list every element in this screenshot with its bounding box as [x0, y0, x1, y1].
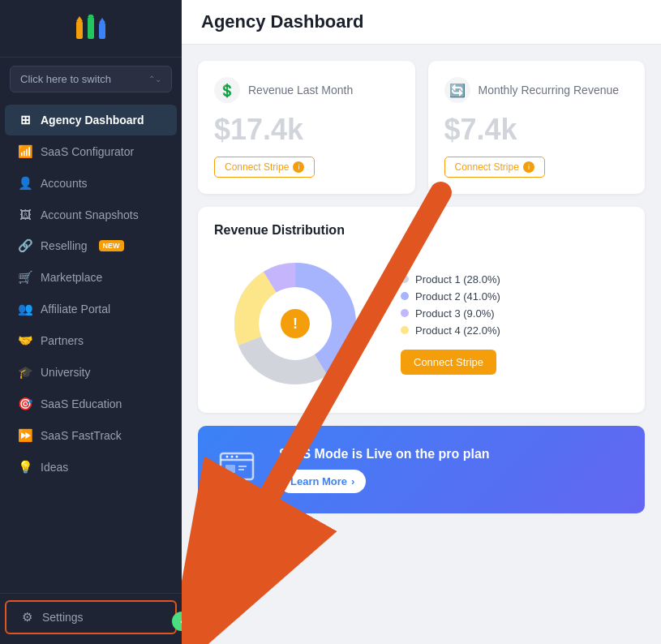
sidebar-item-agency-dashboard[interactable]: ⊞ Agency Dashboard [5, 105, 177, 135]
card-label-mrr: Monthly Recurring Revenue [479, 84, 620, 97]
switch-button[interactable]: Click here to switch ⌃⌄ [10, 66, 172, 92]
legend-dot-1 [401, 275, 409, 283]
saas-mode-banner: SaaS Mode is Live on the pro plan Learn … [198, 426, 645, 513]
legend-item-4: Product 4 (22.0%) [401, 324, 629, 337]
revenue-distribution-card: Revenue Distribution [198, 207, 645, 413]
legend-items: Product 1 (28.0%) Product 2 (41.0%) Prod… [401, 273, 629, 337]
svg-rect-2 [99, 23, 105, 39]
legend-dot-3 [401, 309, 409, 317]
legend-item-2: Product 2 (41.0%) [401, 290, 629, 303]
svg-rect-1 [88, 17, 94, 39]
new-badge: new [99, 240, 124, 251]
main-scroll-area: 💲 Revenue Last Month $17.4k Connect Stri… [182, 45, 661, 644]
connect-stripe-button-2[interactable]: Connect Stripe i [444, 157, 545, 178]
sidebar-bottom: ⚙ Settings [0, 593, 182, 644]
distribution-title: Revenue Distribution [214, 223, 629, 238]
svg-marker-5 [99, 18, 105, 23]
info-icon-2: i [523, 161, 534, 173]
metric-cards-row: 💲 Revenue Last Month $17.4k Connect Stri… [198, 61, 645, 194]
refresh-icon: 🔄 [444, 77, 470, 103]
svg-rect-18 [225, 465, 235, 473]
settings-item[interactable]: ⚙ Settings [5, 600, 177, 634]
collapse-sidebar-button[interactable]: ‹ [172, 612, 191, 631]
revenue-last-month-card: 💲 Revenue Last Month $17.4k Connect Stri… [198, 61, 415, 194]
connect-stripe-button-distribution[interactable]: Connect Stripe [401, 350, 496, 375]
education-icon: 🎯 [18, 397, 32, 411]
sidebar-logo [0, 0, 182, 58]
card-header-revenue: 💲 Revenue Last Month [214, 77, 399, 103]
banner-text: SaaS Mode is Live on the pro plan [279, 447, 490, 462]
donut-warning-icon: ! [281, 309, 310, 338]
ideas-icon: 💡 [18, 460, 32, 474]
distribution-body: ! Product 1 (28.0%) Product 2 (41.0%) [214, 251, 629, 397]
svg-marker-4 [88, 15, 94, 17]
sidebar-item-university[interactable]: 🎓 University [5, 357, 177, 388]
sidebar-item-saas-configurator[interactable]: 📶 SaaS Configurator [5, 136, 177, 167]
legend-area: Product 1 (28.0%) Product 2 (41.0%) Prod… [401, 273, 629, 375]
sidebar-item-saas-education[interactable]: 🎯 SaaS Education [5, 389, 177, 419]
legend-item-1: Product 1 (28.0%) [401, 273, 629, 286]
legend-item-3: Product 3 (9.0%) [401, 307, 629, 320]
snapshot-icon: 🖼 [18, 208, 32, 221]
legend-dot-2 [401, 292, 409, 300]
banner-content: SaaS Mode is Live on the pro plan Learn … [279, 447, 490, 493]
dollar-icon: 💲 [214, 77, 240, 103]
sidebar-item-ideas[interactable]: 💡 Ideas [5, 452, 177, 483]
affiliate-icon: 👥 [18, 302, 32, 316]
card-value-revenue: $17.4k [214, 113, 399, 147]
main-header: Agency Dashboard [182, 0, 661, 45]
sidebar-item-marketplace[interactable]: 🛒 Marketplace [5, 262, 177, 293]
collapse-icon: ‹ [180, 616, 183, 626]
sidebar-item-account-snapshots[interactable]: 🖼 Account Snapshots [5, 200, 177, 230]
marketplace-icon: 🛒 [18, 270, 32, 285]
reselling-icon: 🔗 [18, 238, 32, 253]
connect-stripe-button-1[interactable]: Connect Stripe i [214, 157, 315, 178]
page-title: Agency Dashboard [201, 11, 642, 32]
card-value-mrr: $7.4k [444, 113, 629, 147]
card-label-revenue: Revenue Last Month [248, 84, 353, 97]
sidebar-item-affiliate-portal[interactable]: 👥 Affiliate Portal [5, 294, 177, 324]
chevron-icon: ⌃⌄ [148, 75, 161, 84]
sidebar: Click here to switch ⌃⌄ ⊞ Agency Dashboa… [0, 0, 182, 644]
sidebar-item-reselling[interactable]: 🔗 Reselling new [5, 230, 177, 261]
info-icon: i [293, 161, 304, 173]
fasttrack-icon: ⏩ [18, 428, 32, 443]
learn-more-button[interactable]: Learn More › [279, 470, 366, 493]
sidebar-nav: ⊞ Agency Dashboard 📶 SaaS Configurator 👤… [0, 101, 182, 593]
sidebar-item-partners[interactable]: 🤝 Partners [5, 325, 177, 356]
chart-icon: 📶 [18, 144, 32, 159]
card-header-mrr: 🔄 Monthly Recurring Revenue [444, 77, 629, 103]
svg-marker-3 [76, 16, 83, 21]
sidebar-item-accounts[interactable]: 👤 Accounts [5, 168, 177, 199]
svg-rect-0 [76, 21, 83, 39]
legend-dot-4 [401, 326, 409, 334]
main-content-area: Agency Dashboard 💲 Revenue Last Month $1… [182, 0, 661, 644]
settings-icon: ⚙ [19, 610, 34, 625]
user-icon: 👤 [18, 176, 32, 191]
grid-icon: ⊞ [18, 113, 32, 127]
partners-icon: 🤝 [18, 333, 32, 348]
banner-icon [217, 445, 263, 494]
sidebar-item-saas-fasttrack[interactable]: ⏩ SaaS FastTrack [5, 420, 177, 451]
arrow-right-icon: › [351, 475, 354, 487]
monthly-recurring-card: 🔄 Monthly Recurring Revenue $7.4k Connec… [428, 61, 646, 194]
donut-chart: ! [214, 251, 376, 397]
university-icon: 🎓 [18, 365, 32, 380]
